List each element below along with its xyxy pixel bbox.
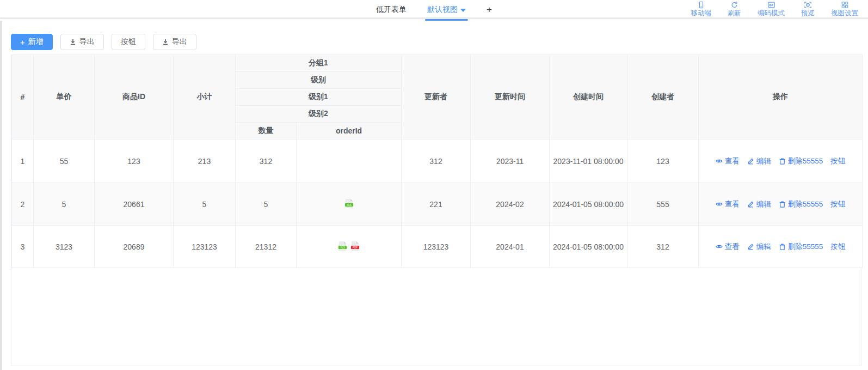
header-quantity: 数量 [236,123,297,139]
header-actions: 操作 [699,55,863,139]
cell-quantity: 21312 [236,226,297,268]
delete-link-label: 删除55555 [788,242,823,252]
cell-product-id: 123 [95,139,174,183]
generic-button-label: 按钮 [121,37,136,47]
left-edge-strip [0,21,2,370]
cell-actions: 查看 编辑 删除55555 按钮 [699,226,863,268]
cell-actions: 查看 编辑 删除55555 按钮 [699,183,863,226]
trash-icon [779,157,786,165]
row-button-link[interactable]: 按钮 [830,156,845,166]
export-button-1-label: 导出 [79,37,95,47]
delete-link[interactable]: 删除55555 [779,199,823,209]
view-link[interactable]: 查看 [716,242,740,252]
tab-form-label: 低开表单 [376,5,407,15]
delete-link[interactable]: 删除55555 [779,242,823,252]
trash-icon [779,201,786,208]
cell-update-time: 2024-02 [471,183,550,226]
add-button-label: 新增 [28,37,44,47]
code-mode-button[interactable]: 编码模式 [758,1,785,17]
cell-unit-price: 5 [34,183,95,226]
delete-link[interactable]: 删除55555 [779,156,823,166]
edit-link[interactable]: 编辑 [747,156,771,166]
table-row: 2 5 20661 5 5 XLS 221 2024-02 2024-0 [12,183,863,226]
cell-order-id: XLS PDF [297,226,402,268]
edit-link-label: 编辑 [756,156,771,166]
row-button-label: 按钮 [830,199,845,209]
pencil-icon [747,157,754,165]
view-settings-button[interactable]: 视图设置 [831,1,858,17]
row-button-label: 按钮 [830,242,845,252]
header-product-id: 商品ID [95,55,174,139]
cell-actions: 查看 编辑 删除55555 按钮 [699,139,863,183]
export-button-1[interactable]: 导出 [60,34,104,50]
header-level: 级别 [236,72,402,89]
view-link-label: 查看 [725,156,740,166]
cell-index: 1 [12,139,34,183]
view-link[interactable]: 查看 [716,199,740,209]
cell-creator: 123 [627,139,699,183]
preview-icon [804,1,812,9]
row-button-link[interactable]: 按钮 [830,242,845,252]
xls-file-icon[interactable]: XLS [345,199,353,210]
svg-text:XLS: XLS [347,203,352,206]
toolbar: + 新增 导出 按钮 导出 [11,34,861,50]
cell-create-time: 2024-01-05 08:00:00 [550,183,627,226]
view-link[interactable]: 查看 [716,156,740,166]
data-table-container: # 单价 商品ID 小计 分组1 更新者 更新时间 创建时间 创建者 操作 级别… [11,54,861,366]
cell-index: 2 [12,183,34,226]
cell-create-time: 2024-01-05 08:00:00 [550,226,627,268]
tab-default-view[interactable]: 默认视图 [427,0,466,19]
cell-unit-price: 3123 [34,226,95,268]
refresh-button[interactable]: 刷新 [728,1,741,17]
header-update-time: 更新时间 [471,55,550,139]
generic-button[interactable]: 按钮 [112,34,145,50]
cell-subtotal: 123123 [174,226,236,268]
top-bar: 低开表单 默认视图 + 移动端 刷新 编码模式 [0,0,868,19]
pdf-file-icon[interactable]: PDF [351,241,359,252]
trash-icon [779,243,786,250]
view-settings-icon [841,1,849,9]
header-create-time: 创建时间 [550,55,627,139]
header-level2: 级别2 [236,106,402,123]
edit-link[interactable]: 编辑 [747,242,771,252]
cell-updater: 123123 [402,226,471,268]
download-icon [162,39,169,45]
add-button[interactable]: + 新增 [11,34,53,50]
data-table: # 单价 商品ID 小计 分组1 更新者 更新时间 创建时间 创建者 操作 级别… [11,54,863,268]
mobile-icon [697,1,705,9]
edit-link-label: 编辑 [756,242,771,252]
preview-button[interactable]: 预览 [801,1,815,17]
header-order-id: orderId [297,123,402,139]
cell-product-id: 20661 [95,183,174,226]
tab-add-button[interactable]: + [487,0,492,19]
eye-icon [716,157,723,165]
cell-updater: 221 [402,183,471,226]
header-subtotal: 小计 [174,55,236,139]
header-index: # [12,55,34,139]
cell-creator: 312 [627,226,699,268]
refresh-label: 刷新 [728,9,741,17]
xls-file-icon[interactable]: XLS [338,241,347,252]
main-content: + 新增 导出 按钮 导出 # [0,34,868,366]
cell-product-id: 20689 [95,226,174,268]
cell-update-time: 2023-11 [471,139,550,183]
cell-order-id [297,139,402,183]
export-button-2[interactable]: 导出 [153,34,196,50]
delete-link-label: 删除55555 [788,199,823,209]
header-group1: 分组1 [236,55,402,72]
top-actions: 移动端 刷新 编码模式 预览 视图设置 [691,1,859,17]
mobile-view-label: 移动端 [691,9,712,17]
cell-subtotal: 213 [174,139,236,183]
cell-index: 3 [12,226,34,268]
cell-quantity: 5 [236,183,297,226]
cell-subtotal: 5 [174,183,236,226]
mobile-view-button[interactable]: 移动端 [691,1,712,17]
plus-icon: + [20,38,25,46]
edit-link[interactable]: 编辑 [747,199,771,209]
tab-form[interactable]: 低开表单 [376,0,407,19]
table-row: 1 55 123 213 312 312 2023-11 2023-11-01 … [12,139,863,183]
header-unit-price: 单价 [34,55,95,139]
cell-unit-price: 55 [34,139,95,183]
row-button-link[interactable]: 按钮 [830,199,845,209]
edit-link-label: 编辑 [756,199,771,209]
